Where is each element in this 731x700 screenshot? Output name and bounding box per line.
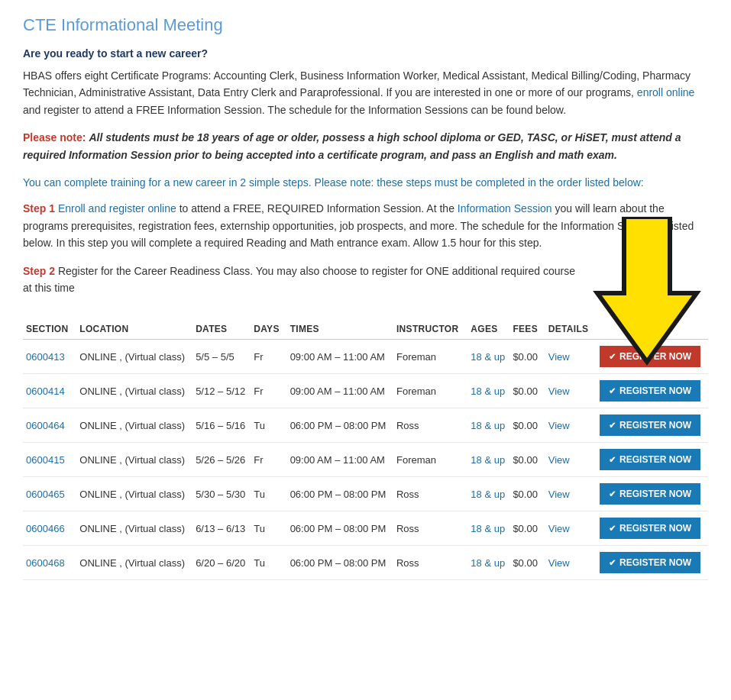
col-times: TIMES [287, 319, 393, 340]
cell-details: View [545, 408, 597, 443]
col-details: DETAILS [545, 319, 597, 340]
cell-times: 06:00 PM – 08:00 PM [287, 511, 393, 546]
cell-instructor: Foreman [393, 443, 467, 477]
register-now-button[interactable]: ✔ REGISTER NOW [600, 380, 700, 402]
cell-details: View [545, 546, 597, 580]
cell-times: 06:00 PM – 08:00 PM [287, 546, 393, 580]
cell-dates: 5/5 – 5/5 [192, 340, 251, 374]
cell-section: 0600468 [23, 546, 76, 580]
section-link[interactable]: 0600466 [26, 523, 65, 534]
register-now-button[interactable]: ✔ REGISTER NOW [600, 552, 700, 573]
cell-days: Fr [251, 443, 286, 477]
question-heading: Are you ready to start a new career? [23, 47, 708, 60]
cell-section: 0600414 [23, 374, 76, 408]
cell-details: View [545, 511, 597, 546]
check-icon: ✔ [609, 558, 616, 568]
col-register [597, 319, 708, 340]
cell-ages: 18 & up [467, 546, 509, 580]
table-row: 0600468 ONLINE , (Virtual class) 6/20 – … [23, 546, 708, 580]
cell-location: ONLINE , (Virtual class) [76, 340, 192, 374]
cell-register: ✔ REGISTER NOW [597, 477, 708, 511]
cell-location: ONLINE , (Virtual class) [76, 546, 192, 580]
cell-register: ✔ REGISTER NOW [597, 546, 708, 580]
table-row: 0600466 ONLINE , (Virtual class) 6/13 – … [23, 511, 708, 546]
view-link[interactable]: View [548, 489, 570, 500]
step1-text: Enroll and register online to attend a F… [23, 202, 694, 249]
cell-fees: $0.00 [509, 443, 545, 477]
register-now-button[interactable]: ✔ REGISTER NOW [600, 449, 700, 470]
cell-location: ONLINE , (Virtual class) [76, 477, 192, 511]
sessions-table: SECTION LOCATION DATES DAYS TIMES INSTRU… [23, 319, 708, 580]
note-text: All students must be 18 years of age or … [23, 131, 681, 160]
table-row: 0600413 ONLINE , (Virtual class) 5/5 – 5… [23, 340, 708, 374]
section-link[interactable]: 0600414 [26, 385, 65, 397]
cell-section: 0600466 [23, 511, 76, 546]
cell-fees: $0.00 [509, 477, 545, 511]
sessions-table-section: SECTION LOCATION DATES DAYS TIMES INSTRU… [23, 319, 708, 580]
cell-ages: 18 & up [467, 374, 509, 408]
cell-times: 06:00 PM – 08:00 PM [287, 408, 393, 443]
cell-location: ONLINE , (Virtual class) [76, 374, 192, 408]
cell-dates: 5/30 – 5/30 [192, 477, 251, 511]
view-link[interactable]: View [548, 351, 570, 363]
register-now-button[interactable]: ✔ REGISTER NOW [600, 415, 700, 436]
note-label: Please note: [23, 131, 86, 144]
col-dates: DATES [192, 319, 251, 340]
check-icon: ✔ [609, 455, 616, 465]
table-row: 0600464 ONLINE , (Virtual class) 5/16 – … [23, 408, 708, 443]
enroll-link[interactable]: enroll online [637, 86, 695, 98]
note-section: Please note: All students must be 18 yea… [23, 129, 708, 163]
cell-details: View [545, 374, 597, 408]
cell-location: ONLINE , (Virtual class) [76, 443, 192, 477]
check-icon: ✔ [609, 386, 616, 396]
cell-fees: $0.00 [509, 340, 545, 374]
cell-instructor: Foreman [393, 374, 467, 408]
table-header-row: SECTION LOCATION DATES DAYS TIMES INSTRU… [23, 319, 708, 340]
cell-days: Fr [251, 374, 286, 408]
steps-intro: You can complete training for a new care… [23, 174, 708, 191]
cell-details: View [545, 340, 597, 374]
step2-block: Step 2 Register for the Career Readiness… [23, 263, 708, 297]
section-link[interactable]: 0600415 [26, 454, 65, 466]
section-link[interactable]: 0600464 [26, 420, 65, 431]
register-now-button[interactable]: ✔ REGISTER NOW [600, 346, 700, 367]
table-row: 0600415 ONLINE , (Virtual class) 5/26 – … [23, 443, 708, 477]
view-link[interactable]: View [548, 420, 570, 431]
register-now-button[interactable]: ✔ REGISTER NOW [600, 483, 700, 505]
cell-details: View [545, 477, 597, 511]
arrow-section: Step 2 Register for the Career Readiness… [23, 263, 708, 297]
register-now-button[interactable]: ✔ REGISTER NOW [600, 518, 700, 539]
table-row: 0600465 ONLINE , (Virtual class) 5/30 – … [23, 477, 708, 511]
section-link[interactable]: 0600413 [26, 351, 65, 363]
cell-days: Tu [251, 477, 286, 511]
enroll-register-link[interactable]: Enroll and register online [58, 202, 176, 215]
cell-days: Tu [251, 408, 286, 443]
cell-ages: 18 & up [467, 340, 509, 374]
info-session-link[interactable]: Information Session [458, 202, 552, 215]
col-ages: AGES [467, 319, 509, 340]
view-link[interactable]: View [548, 557, 570, 569]
cell-times: 09:00 AM – 11:00 AM [287, 443, 393, 477]
view-link[interactable]: View [548, 523, 570, 534]
view-link[interactable]: View [548, 454, 570, 466]
table-row: 0600414 ONLINE , (Virtual class) 5/12 – … [23, 374, 708, 408]
cell-times: 09:00 AM – 11:00 AM [287, 340, 393, 374]
view-link[interactable]: View [548, 385, 570, 397]
col-instructor: INSTRUCTOR [393, 319, 467, 340]
section-link[interactable]: 0600468 [26, 557, 65, 569]
cell-times: 09:00 AM – 11:00 AM [287, 374, 393, 408]
cell-dates: 5/26 – 5/26 [192, 443, 251, 477]
cell-days: Tu [251, 511, 286, 546]
step1-label: Step 1 [23, 202, 55, 215]
cell-register: ✔ REGISTER NOW [597, 340, 708, 374]
cell-details: View [545, 443, 597, 477]
step1-block: Step 1 Enroll and register online to att… [23, 200, 708, 251]
cell-section: 0600464 [23, 408, 76, 443]
page-wrapper: CTE Informational Meeting Are you ready … [23, 15, 708, 580]
check-icon: ✔ [609, 421, 616, 431]
cell-section: 0600415 [23, 443, 76, 477]
section-link[interactable]: 0600465 [26, 489, 65, 500]
cell-section: 0600413 [23, 340, 76, 374]
cell-dates: 5/16 – 5/16 [192, 408, 251, 443]
cell-ages: 18 & up [467, 443, 509, 477]
